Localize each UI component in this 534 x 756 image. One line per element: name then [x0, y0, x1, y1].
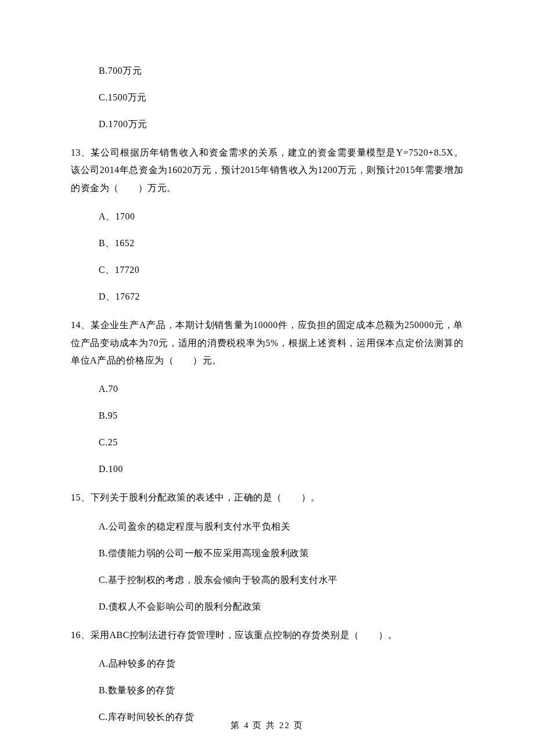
question-14-option-a: A.70 — [99, 382, 463, 396]
question-13-option-a: A、1700 — [99, 210, 463, 224]
question-14-option-c: C.25 — [99, 435, 463, 449]
prev-option-d: D.1700万元 — [99, 117, 463, 131]
question-13-option-c: C、17720 — [99, 263, 463, 277]
question-16-option-a: A.品种较多的存货 — [99, 657, 463, 671]
question-15-option-d: D.债权人不会影响公司的股利分配政策 — [99, 600, 463, 614]
question-16-stem: 16、采用ABC控制法进行存货管理时，应该重点控制的存货类别是（ ）。 — [71, 627, 463, 644]
prev-option-c: C.1500万元 — [99, 91, 463, 105]
page-footer: 第 4 页 共 22 页 — [0, 719, 534, 732]
question-13-option-d: D、17672 — [99, 290, 463, 304]
question-14-option-d: D.100 — [99, 462, 463, 476]
question-13-stem: 13、某公司根据历年销售收入和资金需求的关系，建立的资金需要量模型是Y=7520… — [71, 144, 463, 197]
question-16-option-b: B.数量较多的存货 — [99, 683, 463, 697]
question-15-option-b: B.偿债能力弱的公司一般不应采用高现金股利政策 — [99, 546, 463, 560]
prev-option-b: B.700万元 — [99, 64, 463, 78]
question-14-stem: 14、某企业生产A产品，本期计划销售量为10000件，应负担的固定成本总额为25… — [71, 316, 463, 369]
question-14-option-b: B.95 — [99, 409, 463, 423]
question-15-option-c: C.基于控制权的考虑，股东会倾向于较高的股利支付水平 — [99, 573, 463, 587]
question-13-option-b: B、1652 — [99, 236, 463, 250]
question-15-stem: 15、下列关于股利分配政策的表述中，正确的是（ ）。 — [71, 489, 463, 506]
page-content: B.700万元 C.1500万元 D.1700万元 13、某公司根据历年销售收入… — [0, 0, 534, 756]
question-15-option-a: A.公司盈余的稳定程度与股利支付水平负相关 — [99, 520, 463, 534]
